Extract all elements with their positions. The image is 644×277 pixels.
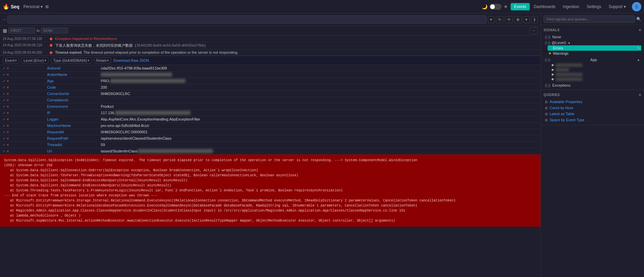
event-filter-btn[interactable]: Event ▾ bbox=[3, 57, 19, 63]
remove-icon[interactable]: ✕ bbox=[6, 143, 9, 147]
query-available-properties[interactable]: ⊞ Available Properties bbox=[544, 99, 641, 105]
forward-btn[interactable]: ⟫ bbox=[531, 16, 538, 23]
level-filter-btn[interactable]: Level (Error) ▾ bbox=[21, 57, 49, 63]
signal-exceptions[interactable]: ((·)) Exceptions bbox=[544, 82, 641, 88]
signal-warnings[interactable]: Warnings bbox=[548, 51, 641, 56]
prop-value: 117.136. bbox=[98, 110, 541, 116]
edit-icon[interactable]: ✎ bbox=[637, 46, 640, 50]
history-btn[interactable]: ⟲ bbox=[505, 16, 513, 23]
check-icon[interactable]: ✓ bbox=[3, 143, 5, 147]
logo-icon: 🔥 bbox=[3, 3, 9, 10]
more-btn[interactable]: ▾ bbox=[523, 16, 530, 23]
grid-btn[interactable]: ⊞ bbox=[514, 16, 522, 23]
check-icon[interactable]: ✓ bbox=[3, 92, 5, 96]
search-dropdown-btn[interactable]: ▾ bbox=[488, 16, 495, 23]
stack-trace-line: at System.Data.SqlClient.SqlCommand.EndE… bbox=[4, 178, 536, 183]
exceptions-label: Exceptions bbox=[552, 83, 640, 87]
nav-events[interactable]: Events bbox=[511, 3, 530, 10]
check-icon[interactable]: ✓ bbox=[3, 149, 5, 153]
signal-none[interactable]: ((·)) None bbox=[544, 34, 641, 40]
query-count-by-hour[interactable]: ⊞ Count by Hour bbox=[544, 105, 641, 111]
search-input[interactable] bbox=[7, 15, 486, 24]
check-icon[interactable]: ✓ bbox=[3, 137, 5, 140]
user-avatar[interactable]: 👤 bbox=[632, 2, 641, 11]
personal-dropdown[interactable]: Personal ▾ bbox=[24, 4, 43, 9]
prop-name: Logger bbox=[44, 116, 98, 123]
chevron-down-icon: ▾ bbox=[624, 4, 626, 9]
app-item-2[interactable] bbox=[548, 67, 641, 72]
remove-icon[interactable]: ✕ bbox=[6, 149, 9, 153]
time-submit-btn[interactable]: → bbox=[529, 27, 538, 34]
sidebar-search-input[interactable] bbox=[544, 15, 635, 23]
remove-icon[interactable]: ✕ bbox=[6, 130, 9, 134]
download-raw-json[interactable]: Download Raw JSON bbox=[113, 58, 149, 62]
right-sidebar: 🔍 SIGNALS + ((·)) None ((·)) @Level1 ▲ bbox=[541, 13, 644, 277]
app-item-3[interactable] bbox=[548, 72, 641, 77]
moon-icon: 🌙 bbox=[482, 4, 487, 9]
check-icon[interactable]: ✓ bbox=[3, 111, 5, 115]
check-icon[interactable]: ✓ bbox=[3, 105, 5, 108]
prop-name: CorrelationId bbox=[44, 97, 98, 103]
remove-icon[interactable]: ✕ bbox=[6, 105, 9, 108]
app-item-4[interactable] bbox=[548, 77, 641, 82]
check-icon[interactable]: ✓ bbox=[3, 130, 5, 134]
app-label bbox=[556, 63, 583, 67]
app-header[interactable]: ((·)) App ▲ bbox=[544, 57, 641, 63]
remove-icon[interactable]: ✕ bbox=[6, 66, 9, 70]
check-icon[interactable]: ✓ bbox=[3, 66, 5, 70]
check-icon[interactable]: ✓ bbox=[3, 118, 5, 121]
bookmark-icon[interactable]: ⊞ bbox=[45, 4, 49, 9]
nav-dashboards[interactable]: Dashboards bbox=[530, 3, 559, 10]
level1-header[interactable]: ((·)) @Level1 ▲ bbox=[544, 40, 641, 45]
chevron-down-icon: ▾ bbox=[45, 59, 46, 62]
remove-icon[interactable]: ✕ bbox=[6, 79, 9, 83]
type-filter-btn[interactable]: Type (0xA45DBA94) ▾ bbox=[51, 57, 91, 63]
stack-trace-line: (258): Unknown error 258 bbox=[4, 163, 536, 168]
remove-icon[interactable]: ✕ bbox=[6, 86, 9, 89]
nav-settings[interactable]: Settings bbox=[583, 3, 604, 10]
remove-icon[interactable]: ✕ bbox=[6, 92, 9, 96]
time-to-input[interactable] bbox=[41, 28, 68, 34]
table-row: ✓ ✕LoggerAbp.AspNetCore.Mvc.ExceptionHan… bbox=[0, 116, 541, 123]
signal-icon: ((·)) bbox=[545, 35, 550, 39]
prop-name: IP bbox=[44, 110, 98, 116]
check-icon[interactable]: ✓ bbox=[3, 98, 5, 102]
signal-errors[interactable]: Errors ✎ bbox=[548, 45, 641, 51]
remove-icon[interactable]: ✕ bbox=[6, 98, 9, 102]
time-from-input[interactable] bbox=[8, 28, 35, 34]
app-logo[interactable]: 🔥 Seq bbox=[3, 3, 19, 10]
theme-toggle: 🌙 ☀ bbox=[482, 4, 508, 10]
logo-text: Seq bbox=[11, 4, 19, 9]
check-icon[interactable]: ✓ bbox=[3, 124, 5, 128]
remove-icon[interactable]: ✕ bbox=[6, 118, 9, 121]
grid-icon: ⊞ bbox=[545, 112, 548, 116]
remove-icon[interactable]: ✕ bbox=[6, 73, 9, 77]
event-row[interactable]: 24 Aug 2020 08:59:46.550 Timeout expired… bbox=[0, 49, 541, 56]
prop-icons: ✓ ✕ bbox=[0, 84, 44, 91]
refresh-btn[interactable]: ↻ bbox=[496, 16, 504, 23]
prop-icons: ✓ ✕ bbox=[0, 78, 44, 84]
query-space-by-event-type[interactable]: ⊞ Space by Event Type bbox=[544, 117, 641, 123]
event-row[interactable]: 24 Aug 2020 09:06:08.218 下发人脸查询状态失败，未找到对… bbox=[0, 42, 541, 49]
prop-icons: ✓ ✕ bbox=[0, 135, 44, 142]
table-row: ✓ ✕ActionIdcda2f2ec-ff15-4798-83fa-baad9… bbox=[0, 65, 541, 72]
toggle-track[interactable] bbox=[489, 4, 502, 10]
remove-icon[interactable]: ✕ bbox=[6, 137, 9, 140]
stack-trace: System.Data.SqlClient.SqlException (0x80… bbox=[0, 154, 541, 227]
remove-icon[interactable]: ✕ bbox=[6, 124, 9, 128]
queries-add-btn[interactable]: + bbox=[639, 92, 641, 97]
signals-add-btn[interactable]: + bbox=[639, 27, 641, 33]
check-icon[interactable]: ✓ bbox=[3, 73, 5, 77]
prop-icons: ✓ ✕ bbox=[0, 91, 44, 97]
nav-support[interactable]: Support ▾ bbox=[605, 3, 629, 10]
query-latest-as-table[interactable]: ⊞ Latest as Table bbox=[544, 111, 641, 117]
check-icon[interactable]: ✓ bbox=[3, 79, 5, 83]
event-row[interactable]: 24 Aug 2020 09:27:39.138 Exception happe… bbox=[0, 36, 541, 42]
stack-trace-line: at Microsoft.EntityFrameworkCore.Storage… bbox=[4, 198, 536, 203]
chart-icon[interactable]: ▦ bbox=[3, 28, 7, 33]
remove-icon[interactable]: ✕ bbox=[6, 111, 9, 115]
retain-btn[interactable]: Retain ▾ bbox=[94, 57, 112, 63]
nav-ingestion[interactable]: Ingestion bbox=[560, 3, 583, 10]
app-item-1[interactable] bbox=[548, 63, 641, 67]
check-icon[interactable]: ✓ bbox=[3, 86, 5, 89]
